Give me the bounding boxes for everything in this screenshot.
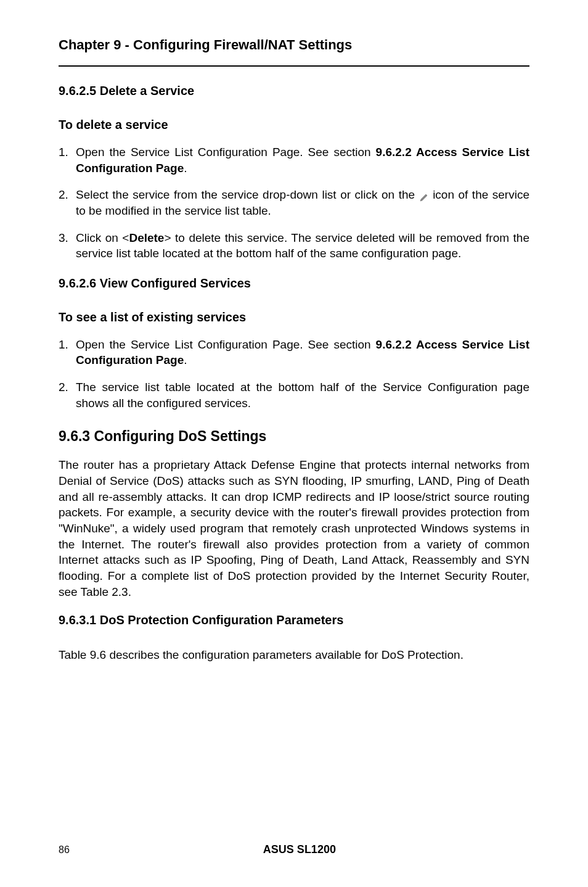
chapter-title: Chapter 9 - Configuring Firewall/NAT Set… xyxy=(59,37,529,53)
body-paragraph-dos-params: Table 9.6 describes the configuration pa… xyxy=(59,647,529,663)
steps-view-services: Open the Service List Configuration Page… xyxy=(59,337,529,411)
list-item: The service list table located at the bo… xyxy=(59,379,529,411)
section-heading-9625: 9.6.2.5 Delete a Service xyxy=(59,84,529,98)
step-suffix: . xyxy=(184,353,187,366)
list-item: Select the service from the service drop… xyxy=(59,187,529,218)
section-heading-9626: 9.6.2.6 View Configured Services xyxy=(59,276,529,291)
list-item: Open the Service List Configuration Page… xyxy=(59,337,529,368)
step-text: Select the service from the service drop… xyxy=(76,188,419,201)
pencil-icon xyxy=(419,191,429,200)
step-text: Click on < xyxy=(76,231,129,244)
steps-delete-service: Open the Service List Configuration Page… xyxy=(59,144,529,262)
list-item: Click on <Delete> to delete this service… xyxy=(59,230,529,262)
subheading-delete-service: To delete a service xyxy=(59,118,529,132)
step-bold: Delete xyxy=(129,231,164,244)
list-item: Open the Service List Configuration Page… xyxy=(59,144,529,176)
section-heading-963: 9.6.3 Configuring DoS Settings xyxy=(59,428,529,445)
page-number: 86 xyxy=(59,844,70,856)
footer-product: ASUS SL1200 xyxy=(70,843,529,856)
step-text: Open the Service List Configuration Page… xyxy=(76,146,376,159)
step-suffix: . xyxy=(184,162,187,175)
step-text: Open the Service List Configuration Page… xyxy=(76,338,376,351)
horizontal-divider xyxy=(59,65,529,67)
step-text: The service list table located at the bo… xyxy=(76,381,529,410)
section-heading-9631: 9.6.3.1 DoS Protection Configuration Par… xyxy=(59,613,529,627)
body-paragraph-dos: The router has a proprietary Attack Defe… xyxy=(59,457,529,600)
page-footer: 86 ASUS SL1200 xyxy=(59,843,529,856)
subheading-view-services: To see a list of existing services xyxy=(59,310,529,324)
